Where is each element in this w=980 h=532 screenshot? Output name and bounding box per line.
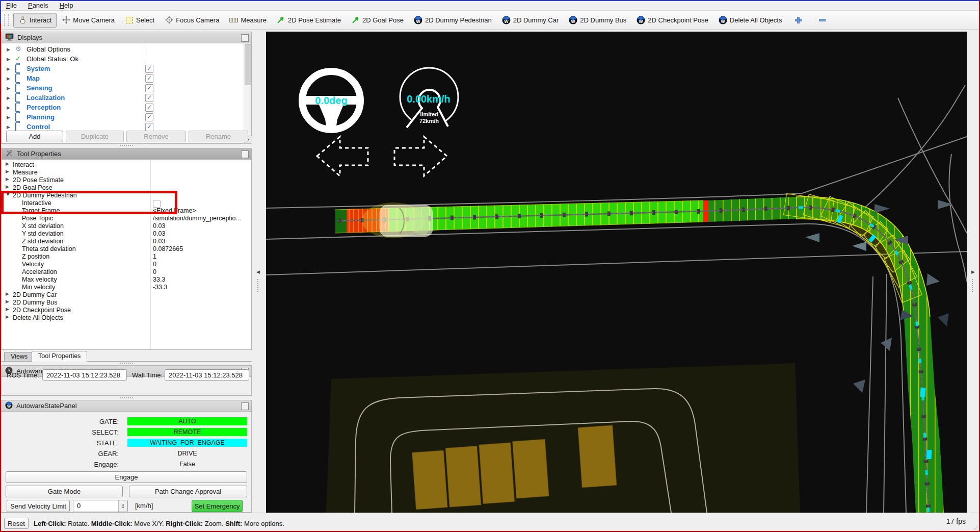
toolprops-row-pose-topic[interactable]: Pose Topic/simulation/dummy_perceptio... [2,215,251,222]
tool-2d-checkpoint-pose[interactable]: W 2D Checkpoint Pose [631,13,713,28]
duplicate-display-button[interactable]: Duplicate [66,131,124,142]
toolprops-row-max-velocity[interactable]: Max velocity33.3 [2,276,251,284]
toolprops-row-delete-all-objects[interactable]: ▶Delete All Objects [2,314,251,322]
tool-2d-dummy-car[interactable]: W 2D Dummy Car [497,13,564,28]
tool-2d-dummy-pedestrian[interactable]: W 2D Dummy Pedestrian [409,13,497,28]
expand-arrow-icon[interactable]: ▶ [7,86,10,91]
tool-properties-header[interactable]: Tool Properties [2,148,251,160]
reset-button[interactable]: Reset [4,518,29,529]
collapse-left-icon[interactable]: ◀ [256,269,260,274]
remove-tool-button[interactable] [813,13,832,28]
tab-tool-properties[interactable]: Tool Properties [32,351,87,362]
expand-arrow-icon[interactable]: ▶ [6,169,9,174]
expand-arrow-icon[interactable]: ▶ [6,291,9,296]
tool-delete-all-objects[interactable]: W Delete All Objects [713,13,787,28]
visibility-checkbox[interactable]: ✓ [145,123,153,131]
expand-arrow-icon[interactable]: ▶ [6,176,9,182]
expand-arrow-icon[interactable]: ▶ [6,307,9,312]
right-panel-splitter[interactable]: ▶ [967,32,979,513]
toolprops-row-target-frame[interactable]: Target Frame<Fixed Frame> [2,207,251,215]
tool-measure[interactable]: Measure [224,13,272,28]
expand-arrow-icon[interactable]: ▶ [7,66,10,71]
expand-arrow-icon[interactable]: ▶ [6,184,9,189]
displays-row-planning[interactable]: ▶ Planning ✓ [2,112,251,122]
expand-right-icon[interactable]: ▶ [971,269,975,274]
tool-interact[interactable]: Interact [13,13,57,28]
toolprops-row-acceleration[interactable]: Acceleration0 [2,268,251,276]
collapse-arrow-icon[interactable]: ▼ [6,192,10,197]
displays-row-system[interactable]: ▶ System ✓ [2,64,251,73]
displays-row-sensing[interactable]: ▶ Sensing ✓ [2,83,251,93]
menu-panels[interactable]: Panels [28,2,48,9]
visibility-checkbox[interactable]: ✓ [145,104,153,112]
toolprops-row-2d-dummy-pedestrian[interactable]: ▼2D Dummy Pedestrian [2,192,251,199]
toolprops-row-theta-std[interactable]: Theta std deviation0.0872665 [2,245,251,253]
toolprops-row-2d-goal-pose[interactable]: ▶2D Goal Pose [2,184,251,192]
toolprops-row-z-position[interactable]: Z position1 [2,253,251,261]
toolprops-row-z-std[interactable]: Z std deviation0.03 [2,238,251,245]
toolprops-row-2d-checkpoint-pose[interactable]: ▶2D Checkpoint Pose [2,307,251,314]
displays-scrollbar[interactable]: ▼ [244,43,251,144]
resize-grip[interactable] [973,525,978,530]
state-float-button[interactable] [241,402,249,410]
expand-arrow-icon[interactable]: ▶ [7,105,10,110]
velocity-limit-value[interactable]: 0 [77,502,81,510]
expand-arrow-icon[interactable]: ▶ [7,47,10,52]
displays-float-button[interactable] [241,34,249,42]
interactive-checkbox[interactable] [153,200,161,208]
expand-arrow-icon[interactable]: ▶ [7,95,10,100]
toolprops-row-min-velocity[interactable]: Min velocity-33.3 [2,284,251,291]
tool-2d-goal-pose[interactable]: 2D Goal Pose [346,13,409,28]
tool-properties-float-button[interactable] [241,150,249,158]
expand-arrow-icon[interactable]: ▶ [6,161,9,166]
visibility-checkbox[interactable]: ✓ [145,113,153,121]
toolprops-row-interact[interactable]: ▶Interact [2,161,251,169]
send-velocity-limit-button[interactable]: Send Velocity Limit [7,500,70,512]
toolprops-row-2d-dummy-car[interactable]: ▶2D Dummy Car [2,291,251,299]
tool-select[interactable]: Select [120,13,160,28]
panel-splitter[interactable] [120,145,133,146]
expand-arrow-icon[interactable]: ▶ [7,57,10,62]
displays-panel-header[interactable]: Displays [2,32,251,43]
tool-focus-camera[interactable]: Focus Camera [160,13,224,28]
add-display-button[interactable]: Add [6,131,63,142]
toolprops-row-velocity[interactable]: Velocity0 [2,261,251,268]
visibility-checkbox[interactable]: ✓ [145,94,153,102]
visibility-checkbox[interactable]: ✓ [145,84,153,92]
toolprops-row-x-std[interactable]: X std deviation0.03 [2,222,251,230]
path-change-approval-button[interactable]: Path Change Approval [129,486,247,497]
displays-row-global-status[interactable]: ▶ ✓ Global Status: Ok [2,54,251,64]
panel-splitter[interactable] [120,397,133,398]
left-panel-splitter[interactable]: ◀ [252,32,266,513]
expand-arrow-icon[interactable]: ▶ [7,115,10,120]
expand-arrow-icon[interactable]: ▶ [6,314,9,319]
velocity-limit-spinner[interactable]: 0 ▲▼ [73,500,128,512]
visibility-checkbox[interactable]: ✓ [145,74,153,83]
tool-2d-pose-estimate[interactable]: 2D Pose Estimate [272,13,346,28]
ros-time-field[interactable]: 2022-11-03 15:12:23.528 [42,369,127,381]
toolprops-row-measure[interactable]: ▶Measure [2,169,251,176]
gate-mode-button[interactable]: Gate Mode [6,486,123,497]
3d-viewport[interactable]: 0.0deg 0.00km/h limited 72km/h [266,32,967,513]
displays-row-localization[interactable]: ▶ Localization ✓ [2,93,251,103]
toolbar-drag-handle[interactable] [4,14,9,26]
rename-display-button[interactable]: Rename [189,131,248,142]
displays-row-global-options[interactable]: ▶ ⚙ Global Options [2,44,251,54]
visibility-checkbox[interactable]: ✓ [145,65,153,73]
panel-splitter[interactable] [120,363,133,364]
toolprops-row-2d-pose-estimate[interactable]: ▶2D Pose Estimate [2,176,251,184]
state-panel-header[interactable]: W AutowareStatePanel [2,400,251,412]
displays-row-perception[interactable]: ▶ Perception ✓ [2,103,251,112]
displays-row-map[interactable]: ▶ Map ✓ [2,73,251,83]
toolprops-row-interactive[interactable]: Interactive [2,199,251,207]
spinner-arrows-icon[interactable]: ▲▼ [118,500,127,512]
expand-arrow-icon[interactable]: ▶ [7,76,10,81]
remove-display-button[interactable]: Remove [126,131,186,142]
toolprops-row-2d-dummy-bus[interactable]: ▶2D Dummy Bus [2,299,251,307]
toolprops-row-y-std[interactable]: Y std deviation0.03 [2,230,251,238]
wall-time-field[interactable]: 2022-11-03 15:12:23.528 [165,369,249,381]
scrollbar-thumb[interactable] [245,44,252,85]
tool-2d-dummy-bus[interactable]: W 2D Dummy Bus [564,13,631,28]
menu-file[interactable]: File [6,2,17,9]
menu-help[interactable]: Help [60,2,73,9]
